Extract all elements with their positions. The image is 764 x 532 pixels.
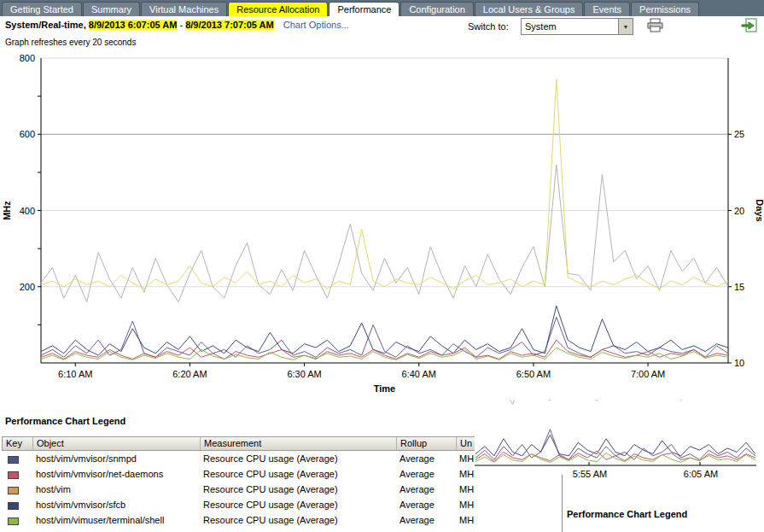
svg-text:6:50 AM: 6:50 AM [516, 369, 551, 379]
tab-events[interactable]: Events [584, 2, 630, 16]
tab-label: Performance [337, 4, 391, 15]
legend-row[interactable]: host/vim/vimuser/terminal/shell Resource… [2, 512, 480, 528]
chevron-down-icon[interactable]: ▼ [618, 19, 633, 34]
column-header-rollup[interactable]: Rollup [397, 437, 457, 450]
series-color-swatch [8, 502, 19, 510]
svg-text:25: 25 [734, 129, 744, 139]
svg-text:6:10 AM: 6:10 AM [58, 369, 92, 379]
tab-performance[interactable]: Performance [329, 2, 399, 16]
legend-object: host/vim/vimuser/terminal/shell [32, 515, 200, 525]
tab-configuration[interactable]: Configuration [400, 2, 473, 16]
legend-object: host/vim/vmvisor/snmpd [32, 453, 200, 464]
column-header-measurement[interactable]: Measurement [201, 437, 397, 450]
secondary-chart [475, 400, 756, 466]
tab-label: Resource Allocation [236, 4, 319, 15]
secondary-legend-heading: Performance Chart Legend [567, 509, 687, 519]
legend-row[interactable]: host/vim/vmvisor/snmpd Resource CPU usag… [2, 451, 480, 466]
tab-bar: Getting Started Summary Virtual Machines… [0, 0, 764, 16]
performance-chart: 200400600800252015106:10 AM6:20 AM6:30 A… [0, 50, 764, 401]
legend-measurement: Resource CPU usage (Average) [200, 500, 396, 510]
refresh-note: Graph refreshes every 20 seconds [5, 38, 136, 47]
tab-label: Virtual Machines [149, 4, 219, 15]
svg-text:6:40 AM: 6:40 AM [402, 369, 436, 379]
time-range-separator: - [179, 20, 183, 30]
secondary-x-label: 5:55 AM [569, 469, 611, 479]
tab-local-users-groups[interactable]: Local Users & Groups [475, 2, 584, 16]
legend-row[interactable]: host/vim/vmvisor/sfcb Resource CPU usage… [2, 497, 480, 512]
svg-text:6:30 AM: 6:30 AM [287, 369, 321, 379]
svg-text:200: 200 [20, 282, 35, 292]
tab-label: Getting Started [10, 4, 73, 15]
secondary-x-label: 6:05 AM [679, 469, 722, 479]
legend-object: host/vim/vmvisor/sfcb [32, 500, 200, 510]
legend-object: host/vim/vmvisor/net-daemons [32, 469, 200, 479]
legend-rollup: Average [396, 500, 456, 510]
series-color-swatch [8, 487, 19, 494]
legend-measurement: Resource CPU usage (Average) [200, 484, 396, 494]
time-range-start: 8/9/2013 6:07:05 AM [89, 20, 178, 30]
print-icon[interactable] [647, 18, 663, 34]
svg-text:Days: Days [755, 199, 764, 221]
tab-getting-started[interactable]: Getting Started [2, 2, 82, 16]
switch-to-value: System [522, 21, 618, 32]
tab-summary[interactable]: Summary [83, 2, 140, 16]
panel-divider [562, 475, 563, 532]
legend-row[interactable]: host/vim Resource CPU usage (Average) Av… [2, 482, 480, 497]
svg-text:400: 400 [20, 206, 35, 216]
tab-label: Local Users & Groups [483, 4, 575, 15]
tab-permissions[interactable]: Permissions [631, 2, 699, 16]
tab-virtual-machines[interactable]: Virtual Machines [141, 2, 227, 16]
legend-rollup: Average [396, 515, 456, 525]
svg-text:15: 15 [734, 282, 744, 292]
time-range-end: 8/9/2013 7:07:05 AM [185, 20, 274, 30]
legend-measurement: Resource CPU usage (Average) [200, 453, 396, 464]
legend-heading: Performance Chart Legend [5, 416, 125, 426]
tab-resource-allocation[interactable]: Resource Allocation [228, 2, 328, 16]
series-color-swatch [8, 456, 19, 464]
secondary-chart-panel: 5:55 AM 6:05 AM Performance Chart Legend [475, 400, 764, 532]
series-color-swatch [8, 471, 19, 479]
switch-to-dropdown[interactable]: System ▼ [521, 18, 633, 35]
legend-rollup: Average [396, 469, 456, 479]
svg-text:10: 10 [734, 358, 744, 368]
svg-text:6:20 AM: 6:20 AM [172, 369, 207, 379]
svg-text:20: 20 [734, 206, 744, 216]
legend-row[interactable]: host/vim/vmvisor/net-daemons Resource CP… [2, 466, 480, 482]
column-header-object[interactable]: Object [33, 437, 201, 450]
switch-to-label: Switch to: [468, 21, 509, 32]
legend-rollup: Average [396, 453, 456, 464]
svg-text:7:00 AM: 7:00 AM [631, 369, 665, 379]
chart-title: System/Real-time, [5, 20, 86, 30]
legend-table: Key Object Measurement Rollup Un host/vi… [2, 436, 480, 528]
tab-label: Configuration [409, 4, 464, 15]
app-window: Getting Started Summary Virtual Machines… [0, 0, 764, 532]
legend-measurement: Resource CPU usage (Average) [200, 469, 396, 479]
legend-table-header: Key Object Measurement Rollup Un [2, 436, 480, 451]
svg-text:800: 800 [20, 53, 35, 63]
export-report-icon[interactable] [741, 18, 757, 34]
svg-text:600: 600 [20, 129, 35, 139]
tab-label: Permissions [639, 4, 691, 15]
series-color-swatch [8, 517, 19, 525]
legend-object: host/vim [32, 484, 200, 494]
svg-text:Time: Time [374, 383, 395, 394]
svg-text:MHz: MHz [2, 201, 12, 220]
chart-options-link[interactable]: Chart Options... [283, 20, 349, 30]
chart-header: System/Real-time, 8/9/2013 6:07:05 AM - … [5, 20, 349, 30]
tab-label: Summary [91, 4, 131, 15]
legend-rollup: Average [396, 484, 456, 494]
legend-measurement: Resource CPU usage (Average) [200, 515, 396, 525]
column-header-key[interactable]: Key [3, 437, 33, 450]
tab-label: Events [592, 4, 621, 15]
